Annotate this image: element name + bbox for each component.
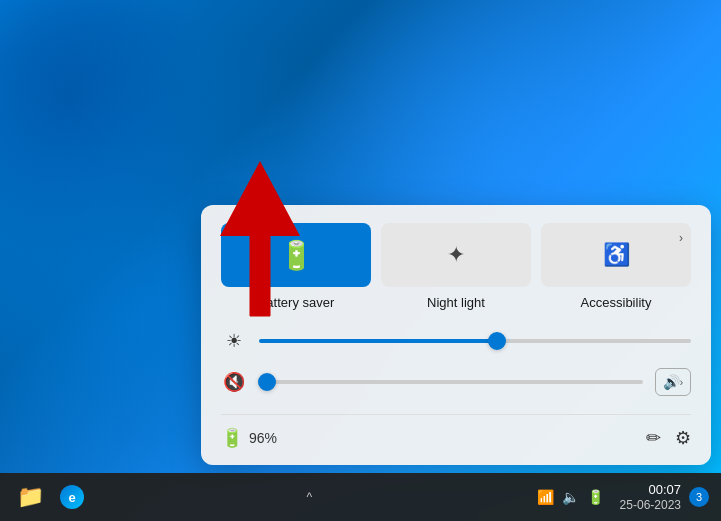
volume-thumb[interactable]: [258, 373, 276, 391]
volume-row: 🔇 🔊 ›: [221, 368, 691, 396]
battery-saver-icon-box: 🔋: [221, 223, 371, 287]
taskbar-left: 📁 e: [12, 479, 90, 515]
accessibility-toggle[interactable]: ♿ › Accessibility: [541, 223, 691, 310]
edge-icon: e: [60, 485, 84, 509]
night-light-label: Night light: [427, 295, 485, 310]
wifi-icon: 📶: [537, 489, 554, 505]
taskbar: 📁 e ^ 📶 🔈 🔋 00:07 25-06-2023 3: [0, 473, 721, 521]
file-explorer-icon: 📁: [17, 484, 44, 510]
night-light-icon: ✦: [447, 242, 465, 268]
volume-track: [259, 380, 643, 384]
system-tray-icons[interactable]: 📶 🔈 🔋: [529, 485, 612, 509]
battery-taskbar-icon: 🔋: [587, 489, 604, 505]
toggles-row: 🔋 Battery saver ✦ Night light ♿ › Access…: [221, 223, 691, 310]
brightness-slider-wrapper[interactable]: [259, 330, 691, 352]
battery-saver-icon: 🔋: [279, 239, 314, 272]
edge-app[interactable]: e: [54, 479, 90, 515]
settings-button[interactable]: ⚙: [675, 427, 691, 449]
brightness-thumb[interactable]: [488, 332, 506, 350]
sliders-section: ☀ 🔇 🔊 ›: [221, 330, 691, 396]
night-light-icon-box: ✦: [381, 223, 531, 287]
action-icons: ✏ ⚙: [646, 427, 691, 449]
battery-info: 🔋 96%: [221, 427, 277, 449]
quick-settings-panel: 🔋 Battery saver ✦ Night light ♿ › Access…: [201, 205, 711, 465]
taskbar-right: 📶 🔈 🔋 00:07 25-06-2023 3: [529, 482, 709, 512]
volume-mute-icon: 🔇: [221, 371, 247, 393]
accessibility-icon: ♿: [603, 242, 630, 268]
volume-taskbar-icon: 🔈: [562, 489, 579, 505]
taskbar-center: ^: [90, 490, 529, 504]
brightness-icon: ☀: [221, 330, 247, 352]
hidden-icons-chevron[interactable]: ^: [306, 490, 312, 504]
night-light-toggle[interactable]: ✦ Night light: [381, 223, 531, 310]
battery-status-icon: 🔋: [221, 427, 243, 449]
accessibility-label: Accessibility: [581, 295, 652, 310]
speaker-settings-button[interactable]: 🔊 ›: [655, 368, 691, 396]
speaker-icon: 🔊: [663, 374, 680, 390]
battery-saver-toggle[interactable]: 🔋 Battery saver: [221, 223, 371, 310]
panel-bottom-bar: 🔋 96% ✏ ⚙: [221, 414, 691, 449]
volume-slider-wrapper[interactable]: [259, 371, 643, 393]
speaker-chevron-icon: ›: [680, 377, 683, 388]
brightness-row: ☀: [221, 330, 691, 352]
edit-button[interactable]: ✏: [646, 427, 661, 449]
file-explorer-app[interactable]: 📁: [12, 479, 48, 515]
brightness-track: [259, 339, 691, 343]
battery-saver-label: Battery saver: [258, 295, 335, 310]
clock-date: 25-06-2023: [620, 498, 681, 512]
desktop: 🔋 Battery saver ✦ Night light ♿ › Access…: [0, 0, 721, 521]
clock-time: 00:07: [648, 482, 681, 498]
accessibility-chevron-icon: ›: [679, 231, 683, 245]
clock[interactable]: 00:07 25-06-2023: [620, 482, 681, 512]
accessibility-icon-box: ♿ ›: [541, 223, 691, 287]
notification-badge[interactable]: 3: [689, 487, 709, 507]
battery-percent: 96%: [249, 430, 277, 446]
